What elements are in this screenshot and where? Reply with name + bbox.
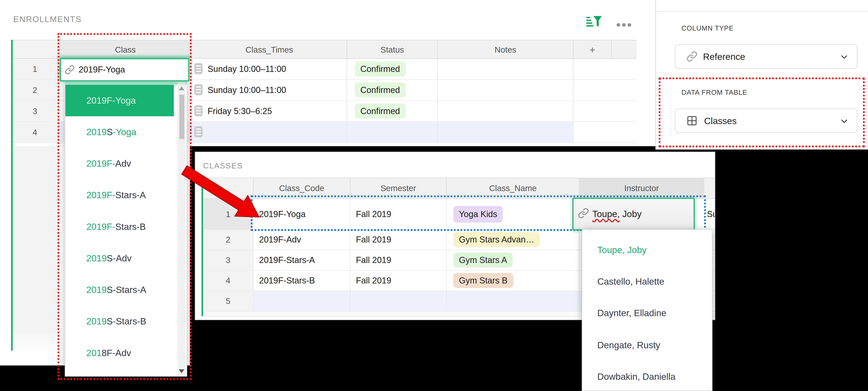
class-name-cell[interactable]: Gym Stars B: [446, 271, 579, 291]
semester-cell[interactable]: [350, 291, 446, 311]
class-option[interactable]: 2019S-Stars-B: [65, 306, 174, 337]
data-from-table-value: Classes: [704, 109, 737, 132]
chevron-down-icon: [839, 52, 849, 64]
class-times-cell[interactable]: Sunday 10:00–11:00: [192, 80, 347, 100]
class-option[interactable]: 2019F-Adv: [65, 148, 174, 179]
instructor-editor-cell[interactable]: Toupe, Joby: [572, 198, 695, 231]
column-header-class-times[interactable]: Class_Times: [192, 40, 347, 58]
class-option-selected[interactable]: 2019F-Yoga: [65, 85, 174, 116]
column-header-class[interactable]: Class: [59, 40, 192, 58]
option-text: Stars-A: [115, 190, 146, 200]
filter-sort-icon[interactable]: [586, 16, 602, 28]
notes-cell[interactable]: [437, 101, 573, 121]
class-times-cell[interactable]: Sunday 10:00–11:00: [192, 59, 347, 79]
semester-cell[interactable]: Fall 2019: [350, 250, 446, 270]
row-number[interactable]: 2: [203, 230, 253, 250]
enrollments-header-row: Class Class_Times Status Notes +: [11, 40, 637, 59]
status-cell[interactable]: [347, 122, 437, 142]
row-number[interactable]: 4: [11, 122, 59, 142]
data-from-table-label: DATA FROM TABLE: [682, 89, 747, 96]
instructor-option[interactable]: Dowbakin, Daniella: [582, 361, 712, 391]
link-icon: [686, 51, 698, 64]
class-option[interactable]: 2019S-Stars-A: [65, 274, 174, 306]
column-header-notes[interactable]: Notes: [437, 40, 573, 58]
class-code-cell[interactable]: 2019F-Stars-A: [253, 250, 350, 270]
instructor-option[interactable]: Castello, Halette: [582, 266, 712, 297]
expand-row-icon[interactable]: [194, 84, 203, 95]
notes-cell[interactable]: [437, 122, 573, 142]
class-code-cell[interactable]: 2019F-Stars-B: [253, 271, 350, 291]
status-badge: Confirmed: [355, 61, 405, 77]
scroll-up-icon[interactable]: [179, 87, 184, 90]
option-text: S-Stars-B: [107, 316, 146, 326]
class-name-cell[interactable]: Yoga Kids: [446, 199, 579, 229]
column-header-add[interactable]: +: [573, 40, 611, 58]
class-option[interactable]: 2019S-Adv: [65, 242, 174, 274]
row-number[interactable]: 3: [11, 101, 59, 121]
column-type-select[interactable]: Reference: [675, 44, 858, 69]
class-dropdown: 2019F-Yoga 2019S-Yoga 2019F-Adv 2019F-St…: [65, 82, 187, 377]
expand-row-icon[interactable]: [194, 126, 203, 137]
instructor-option-selected[interactable]: Toupe, Joby: [582, 234, 712, 266]
class-name-cell[interactable]: Gym Stars Advan…: [446, 230, 579, 250]
option-text: Stars-B: [115, 221, 146, 232]
row-number-header[interactable]: [11, 40, 59, 58]
add-column-cell: [573, 122, 611, 142]
data-from-table-select[interactable]: Classes: [675, 109, 858, 133]
column-header-class-code[interactable]: Class_Code: [253, 178, 350, 198]
row-number[interactable]: 1: [11, 59, 59, 79]
class-option[interactable]: 2019F-Stars-A: [65, 179, 174, 211]
option-matched-text: 2019: [87, 253, 107, 263]
semester-cell[interactable]: Fall 2019: [350, 199, 446, 229]
column-header-instructor[interactable]: Instructor: [579, 178, 704, 198]
semester-cell[interactable]: Fall 2019: [350, 271, 446, 291]
instructor-option[interactable]: Dengate, Rusty: [582, 330, 712, 361]
row-number[interactable]: 4: [203, 271, 253, 291]
class-times-cell[interactable]: Friday 5:30–6:25: [192, 101, 347, 121]
column-header-class-name[interactable]: Class_Name: [446, 178, 579, 198]
semester-cell[interactable]: Fall 2019: [350, 230, 446, 250]
class-option[interactable]: 2019F-Stars-B: [65, 211, 174, 242]
option-matched-text: -Yoga: [113, 127, 136, 137]
expand-row-icon[interactable]: [194, 105, 203, 116]
option-text: S: [107, 127, 113, 137]
row-header-strip: [11, 146, 59, 357]
panel-top-divider: [656, 11, 868, 11]
class-option[interactable]: 2019S-Yoga: [65, 116, 174, 148]
scroll-down-icon[interactable]: [179, 369, 184, 373]
expand-row-icon[interactable]: [194, 63, 203, 74]
class-name-cell[interactable]: Gym Stars A: [446, 250, 579, 270]
column-header-semester[interactable]: Semester: [350, 178, 446, 198]
class-name-cell[interactable]: [446, 291, 579, 311]
status-badge: Confirmed: [355, 83, 405, 97]
column-header-spacer: [611, 40, 637, 58]
class-times-cell[interactable]: [192, 122, 347, 142]
scrollbar-thumb[interactable]: [179, 95, 184, 139]
next-column-clipped-value: Su: [707, 199, 715, 229]
class-times-value: Friday 5:30–6:25: [208, 101, 272, 121]
notes-cell[interactable]: [437, 59, 573, 79]
table-grid-icon: [686, 115, 698, 128]
status-cell[interactable]: Confirmed: [347, 80, 437, 100]
notes-cell[interactable]: [437, 80, 573, 100]
instructor-option[interactable]: Daynter, Elladine: [582, 297, 712, 329]
row-number[interactable]: 3: [203, 250, 253, 270]
link-icon: [578, 208, 589, 221]
status-cell[interactable]: Confirmed: [347, 59, 437, 79]
column-header-status[interactable]: Status: [347, 40, 437, 58]
column-type-label: COLUMN TYPE: [682, 24, 734, 32]
class-code-cell[interactable]: 2019F-Yoga: [253, 199, 350, 229]
row-number[interactable]: 1: [203, 199, 253, 229]
class-code-cell[interactable]: [253, 291, 350, 311]
class-editor-cell[interactable]: 2019F-Yoga: [60, 58, 189, 81]
status-cell[interactable]: Confirmed: [347, 101, 437, 121]
class-name-pill: Gym Stars Advan…: [453, 232, 540, 247]
row-number[interactable]: 5: [203, 291, 253, 311]
more-ellipsis-icon[interactable]: [616, 19, 634, 24]
scrollbar[interactable]: [178, 83, 185, 377]
row-number-header[interactable]: [203, 178, 253, 198]
class-code-cell[interactable]: 2019F-Adv: [253, 230, 350, 250]
row-number[interactable]: 2: [11, 80, 59, 100]
class-option[interactable]: 2018S-Stars: [65, 367, 174, 377]
class-option[interactable]: 2018F-Adv: [65, 337, 174, 369]
